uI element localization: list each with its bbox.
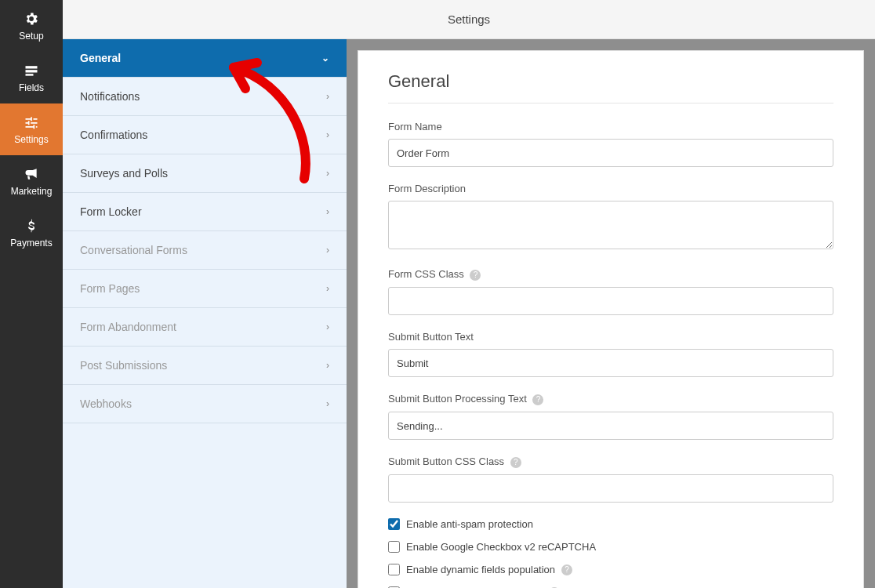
sidebar-label: Form Pages xyxy=(80,282,140,295)
field-submit-css: Submit Button CSS Class ? xyxy=(388,456,833,503)
sidebar-label: Webhooks xyxy=(80,397,132,410)
check-dynamic: Enable dynamic fields population ? xyxy=(388,564,833,575)
submit-processing-input[interactable] xyxy=(388,412,833,440)
sidebar-label: Form Locker xyxy=(80,205,142,218)
chevron-right-icon: › xyxy=(326,168,329,179)
sidebar-item-conversational[interactable]: Conversational Forms› xyxy=(63,231,347,270)
chevron-right-icon: › xyxy=(326,206,329,217)
form-description-input[interactable] xyxy=(388,201,833,249)
field-submit-processing: Submit Button Processing Text ? xyxy=(388,393,833,440)
sidebar-item-formpages[interactable]: Form Pages› xyxy=(63,270,347,308)
form-name-input[interactable] xyxy=(388,139,833,167)
topbar: Settings xyxy=(63,0,875,39)
field-submit-text: Submit Button Text xyxy=(388,331,833,377)
sidebar-label: Form Abandonment xyxy=(80,321,176,333)
nav-label: Fields xyxy=(19,82,44,93)
sidebar-item-surveys[interactable]: Surveys and Polls› xyxy=(63,154,347,193)
chevron-right-icon: › xyxy=(326,245,329,256)
chevron-right-icon: › xyxy=(326,321,329,332)
nav-label: Settings xyxy=(14,134,48,145)
chevron-right-icon: › xyxy=(326,398,329,409)
nav-payments[interactable]: Payments xyxy=(0,207,63,259)
svg-rect-0 xyxy=(26,66,38,68)
sidebar-label: Post Submissions xyxy=(80,359,167,372)
page-title: Settings xyxy=(448,13,490,26)
sidebar-item-formlocker[interactable]: Form Locker› xyxy=(63,193,347,231)
sidebar-item-confirmations[interactable]: Confirmations› xyxy=(63,116,347,154)
sidebar-label: Conversational Forms xyxy=(80,244,187,256)
panel-wrap: General Form Name Form Description Form … xyxy=(347,39,875,588)
submit-css-label: Submit Button CSS Class ? xyxy=(388,456,833,468)
sliders-icon xyxy=(23,114,40,131)
nav-label: Payments xyxy=(10,238,52,249)
check-label: Enable anti-spam protection xyxy=(406,518,533,530)
chevron-right-icon: › xyxy=(326,129,329,140)
sidebar-label: Surveys and Polls xyxy=(80,167,168,180)
panel-heading: General xyxy=(388,71,833,103)
chevron-down-icon: ⌄ xyxy=(321,53,329,64)
checkbox-antispam[interactable] xyxy=(388,518,400,530)
nav-label: Setup xyxy=(19,31,43,42)
submit-css-input[interactable] xyxy=(388,474,833,503)
checkbox-dynamic[interactable] xyxy=(388,564,400,575)
sidebar-item-general[interactable]: General⌄ xyxy=(63,39,347,78)
main: Settings General⌄ Notifications› Confirm… xyxy=(63,0,875,588)
sidebar-label: Confirmations xyxy=(80,129,147,141)
bullhorn-icon xyxy=(23,165,40,183)
dollar-icon xyxy=(23,217,40,234)
sidebar-item-postsub[interactable]: Post Submissions› xyxy=(63,347,347,385)
nav-setup[interactable]: Setup xyxy=(0,0,63,52)
settings-sidebar: General⌄ Notifications› Confirmations› S… xyxy=(63,39,347,588)
submit-text-input[interactable] xyxy=(388,349,833,377)
chevron-right-icon: › xyxy=(326,91,329,102)
sidebar-item-notifications[interactable]: Notifications› xyxy=(63,78,347,116)
help-icon[interactable]: ? xyxy=(561,564,572,575)
svg-rect-2 xyxy=(26,74,34,76)
gear-icon xyxy=(23,10,40,27)
form-description-label: Form Description xyxy=(388,183,833,194)
svg-rect-1 xyxy=(26,70,38,72)
check-recaptcha: Enable Google Checkbox v2 reCAPTCHA xyxy=(388,541,833,553)
field-form-name: Form Name xyxy=(388,121,833,167)
sidebar-item-abandonment[interactable]: Form Abandonment› xyxy=(63,308,347,347)
fields-icon xyxy=(23,62,40,79)
sidebar-label: Notifications xyxy=(80,90,140,103)
check-label: Enable Google Checkbox v2 reCAPTCHA xyxy=(406,541,596,553)
nav-fields[interactable]: Fields xyxy=(0,52,63,103)
sidebar-empty xyxy=(63,423,347,588)
submit-text-label: Submit Button Text xyxy=(388,331,833,343)
chevron-right-icon: › xyxy=(326,283,329,294)
field-form-description: Form Description xyxy=(388,183,833,252)
field-form-css: Form CSS Class ? xyxy=(388,268,833,315)
checkbox-recaptcha[interactable] xyxy=(388,541,400,553)
check-antispam: Enable anti-spam protection xyxy=(388,518,833,530)
form-css-label: Form CSS Class ? xyxy=(388,268,833,281)
check-label: Enable dynamic fields population xyxy=(406,564,555,575)
sidebar-label: General xyxy=(80,52,121,64)
left-nav: Setup Fields Settings Marketing Payments xyxy=(0,0,63,588)
help-icon[interactable]: ? xyxy=(510,457,521,468)
content: General⌄ Notifications› Confirmations› S… xyxy=(63,39,875,588)
settings-panel: General Form Name Form Description Form … xyxy=(358,50,864,588)
nav-marketing[interactable]: Marketing xyxy=(0,155,63,207)
submit-processing-label: Submit Button Processing Text ? xyxy=(388,393,833,405)
form-name-label: Form Name xyxy=(388,121,833,132)
help-icon[interactable]: ? xyxy=(470,270,481,281)
help-icon[interactable]: ? xyxy=(532,394,543,405)
form-css-input[interactable] xyxy=(388,287,833,315)
chevron-right-icon: › xyxy=(326,360,329,371)
sidebar-item-webhooks[interactable]: Webhooks› xyxy=(63,385,347,423)
nav-label: Marketing xyxy=(11,186,53,197)
nav-settings[interactable]: Settings xyxy=(0,103,63,155)
